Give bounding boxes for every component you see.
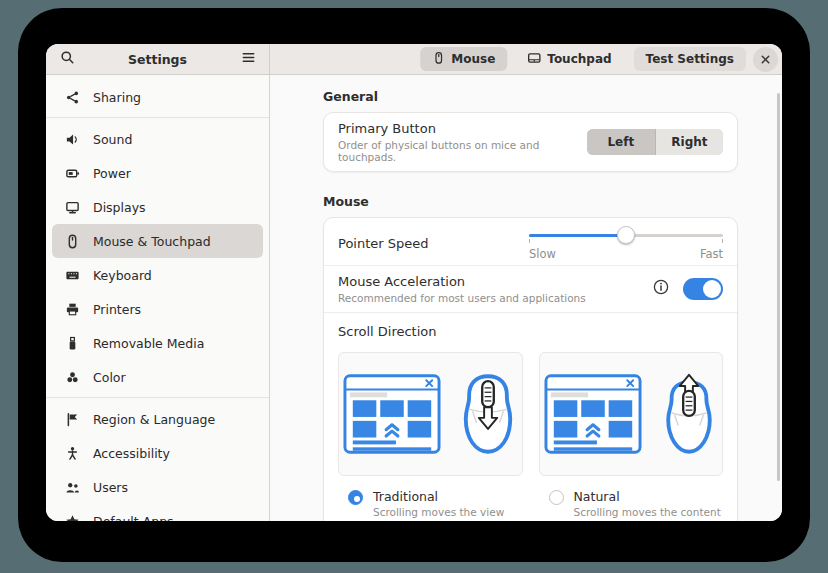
slider-tick-max — [722, 239, 723, 243]
sidebar-item-label: Sharing — [93, 90, 141, 105]
search-icon — [60, 50, 75, 69]
sidebar-separator — [46, 397, 269, 398]
sidebar-item-label: Users — [93, 480, 128, 495]
sidebar-item-sound[interactable]: Sound — [52, 122, 263, 156]
battery-icon — [64, 165, 80, 181]
slider-min-label: Slow — [529, 247, 556, 261]
sidebar-item-label: Sound — [93, 132, 132, 147]
sidebar-item-region-language[interactable]: Region & Language — [52, 402, 263, 436]
slider-handle[interactable] — [617, 226, 635, 244]
traditional-label: Traditional — [373, 489, 504, 504]
sidebar-separator — [46, 117, 269, 118]
sidebar-item-printers[interactable]: Printers — [52, 292, 263, 326]
primary-left-button[interactable]: Left — [587, 129, 655, 155]
sidebar-item-users[interactable]: Users — [52, 470, 263, 504]
slider-fill — [529, 234, 626, 237]
slider-max-label: Fast — [700, 247, 723, 261]
keyboard-icon — [64, 267, 80, 283]
device-tabs: Mouse Touchpad — [420, 47, 623, 71]
test-settings-button[interactable]: Test Settings — [634, 47, 746, 71]
sidebar-item-label: Removable Media — [93, 336, 204, 351]
flag-icon — [64, 411, 80, 427]
close-icon — [760, 50, 771, 69]
mouse-heading: Mouse — [323, 194, 738, 209]
search-button[interactable] — [55, 47, 79, 71]
sidebar-item-accessibility[interactable]: Accessibility — [52, 436, 263, 470]
slider-tick-min — [529, 239, 530, 243]
touchpad-tab-label: Touchpad — [547, 52, 611, 66]
content-header: Mouse Touchpad Test Settings — [270, 44, 782, 74]
general-heading: General — [323, 89, 738, 104]
pointer-speed-slider[interactable] — [529, 226, 723, 245]
natural-label: Natural — [574, 489, 721, 504]
mouse-acceleration-subtitle: Recommended for most users and applicati… — [338, 292, 586, 304]
tab-touchpad[interactable]: Touchpad — [515, 47, 623, 71]
primary-right-button[interactable]: Right — [655, 129, 723, 155]
tab-mouse[interactable]: Mouse — [420, 47, 507, 71]
sidebar-item-label: Power — [93, 166, 131, 181]
sidebar-item-mouse-touchpad[interactable]: Mouse & Touchpad — [52, 224, 263, 258]
mouse-acceleration-row: Mouse Acceleration Recommended for most … — [324, 266, 737, 312]
sidebar-item-label: Displays — [93, 200, 146, 215]
sidebar-item-color[interactable]: Color — [52, 360, 263, 394]
mouse-card: Pointer Speed Slow Fast — [323, 217, 738, 521]
sidebar-item-label: Printers — [93, 302, 141, 317]
sidebar: Sharing Sound Power Displays Mouse & Tou… — [46, 75, 270, 521]
primary-button-title: Primary Button — [338, 121, 587, 136]
scroll-direction-row: Scroll Direction — [324, 313, 737, 521]
close-button[interactable] — [753, 47, 778, 72]
accessibility-icon — [64, 445, 80, 461]
display-icon — [64, 199, 80, 215]
star-icon — [64, 513, 80, 521]
sidebar-item-keyboard[interactable]: Keyboard — [52, 258, 263, 292]
mouse-tab-icon — [432, 51, 445, 68]
mouse-acceleration-switch[interactable] — [683, 278, 723, 300]
header-right-controls: Test Settings — [634, 47, 782, 72]
test-settings-label: Test Settings — [646, 52, 734, 66]
sidebar-item-label: Color — [93, 370, 126, 385]
scroll-option-traditional[interactable]: Traditional Scrolling moves the view — [338, 489, 523, 518]
touchpad-tab-icon — [527, 51, 541, 68]
sidebar-item-sharing[interactable]: Sharing — [52, 80, 263, 114]
switch-knob — [703, 280, 721, 298]
mouse-tab-label: Mouse — [451, 52, 495, 66]
traditional-subtitle: Scrolling moves the view — [373, 506, 504, 518]
sidebar-item-label: Region & Language — [93, 412, 215, 427]
primary-button-segmented: Left Right — [587, 129, 723, 155]
natural-illustration — [539, 352, 724, 476]
window-scroll-graphic — [544, 373, 642, 455]
color-icon — [64, 369, 80, 385]
pointer-speed-title: Pointer Speed — [338, 236, 429, 251]
mouse-acceleration-title: Mouse Acceleration — [338, 274, 586, 289]
info-icon[interactable] — [653, 279, 669, 299]
pointer-speed-row: Pointer Speed Slow Fast — [324, 218, 737, 265]
main-content: General Primary Button Order of physical… — [270, 75, 782, 521]
sidebar-item-power[interactable]: Power — [52, 156, 263, 190]
header-bar: Settings Mouse Touchpad — [46, 44, 782, 75]
primary-button-subtitle: Order of physical buttons on mice and to… — [338, 139, 587, 163]
traditional-illustration — [338, 352, 523, 476]
share-icon — [64, 89, 80, 105]
scroll-option-natural[interactable]: Natural Scrolling moves the content — [539, 489, 724, 518]
mouse-icon — [64, 233, 80, 249]
natural-subtitle: Scrolling moves the content — [574, 506, 721, 518]
printer-icon — [64, 301, 80, 317]
sidebar-item-label: Default Apps — [93, 514, 174, 522]
traditional-radio[interactable] — [348, 490, 363, 505]
sidebar-header: Settings — [46, 44, 270, 74]
sidebar-item-default-apps[interactable]: Default Apps — [52, 504, 263, 521]
speaker-icon — [64, 131, 80, 147]
mouse-scroll-up-graphic — [660, 373, 718, 455]
natural-radio[interactable] — [549, 490, 564, 505]
sidebar-item-label: Keyboard — [93, 268, 152, 283]
general-card: Primary Button Order of physical buttons… — [323, 112, 738, 172]
window-scroll-graphic — [343, 373, 441, 455]
users-icon — [64, 479, 80, 495]
content-scrollbar[interactable] — [777, 93, 780, 481]
sidebar-item-removable-media[interactable]: Removable Media — [52, 326, 263, 360]
scroll-direction-title: Scroll Direction — [338, 324, 723, 339]
hamburger-menu-icon — [241, 50, 256, 69]
sidebar-item-displays[interactable]: Displays — [52, 190, 263, 224]
primary-button-row: Primary Button Order of physical buttons… — [324, 113, 737, 171]
main-menu-button[interactable] — [236, 47, 260, 71]
